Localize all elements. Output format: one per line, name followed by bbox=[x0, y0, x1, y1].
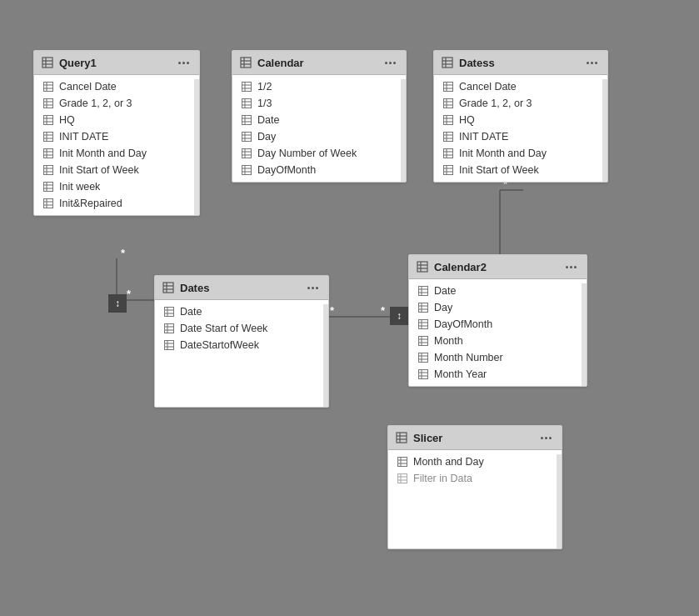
list-item: DateStartofWeek bbox=[155, 337, 328, 353]
list-item: Month Year bbox=[409, 366, 587, 383]
field-grid-icon bbox=[42, 181, 54, 193]
field-grid-icon bbox=[42, 164, 54, 176]
svg-rect-118 bbox=[417, 262, 427, 272]
list-item: Grade 1, 2, or 3 bbox=[434, 95, 607, 112]
scrollbar[interactable] bbox=[582, 283, 587, 386]
list-item: Date bbox=[409, 283, 587, 299]
list-item: Grade 1, 2, or 3 bbox=[34, 95, 199, 112]
list-item: 1/3 bbox=[232, 95, 406, 112]
table-grid-icon bbox=[416, 260, 429, 273]
table-datess-title: Datess bbox=[459, 57, 495, 69]
list-item: HQ bbox=[34, 112, 199, 128]
svg-rect-58 bbox=[242, 116, 252, 125]
more-menu-button[interactable] bbox=[562, 264, 580, 270]
svg-rect-50 bbox=[242, 83, 252, 92]
svg-rect-54 bbox=[242, 99, 252, 108]
table-query1-header: Query1 bbox=[34, 51, 199, 75]
list-item: Init Start of Week bbox=[34, 162, 199, 178]
field-grid-icon bbox=[442, 164, 454, 176]
list-item: Filter in Data bbox=[388, 470, 562, 487]
table-calendar2-header: Calendar2 bbox=[409, 255, 587, 279]
more-menu-button[interactable] bbox=[304, 285, 322, 291]
list-item: Init Start of Week bbox=[434, 162, 607, 178]
field-grid-icon bbox=[241, 131, 252, 143]
table-dates-header: Dates bbox=[155, 276, 328, 300]
more-menu-button[interactable] bbox=[537, 435, 555, 441]
table-query1: Query1 Cancel Date Grade 1, 2, or 3 HQ I… bbox=[33, 50, 200, 216]
table-calendar2-body: Date Day DayOfMonth Month Month Number M… bbox=[409, 279, 587, 386]
list-item: HQ bbox=[434, 112, 607, 128]
svg-rect-18 bbox=[44, 99, 53, 108]
field-grid-icon bbox=[241, 164, 252, 176]
scrollbar[interactable] bbox=[602, 79, 607, 182]
scrollbar[interactable] bbox=[323, 304, 328, 407]
table-dates-title: Dates bbox=[180, 282, 209, 294]
svg-text:*: * bbox=[127, 288, 132, 300]
svg-rect-106 bbox=[165, 308, 174, 317]
scrollbar[interactable] bbox=[557, 454, 562, 548]
table-slicer-header: Slicer bbox=[388, 426, 562, 450]
list-item: DayOfMonth bbox=[232, 162, 406, 178]
svg-rect-38 bbox=[44, 183, 53, 192]
svg-rect-90 bbox=[444, 133, 453, 142]
table-dates: Dates Date Date Start of Week DateStarto… bbox=[154, 275, 329, 408]
field-grid-icon bbox=[42, 131, 54, 143]
table-calendar-title: Calendar bbox=[257, 57, 304, 69]
field-grid-icon bbox=[241, 114, 252, 126]
list-item: Month bbox=[409, 333, 587, 349]
field-grid-icon bbox=[163, 306, 175, 318]
svg-rect-94 bbox=[444, 149, 453, 158]
field-grid-icon bbox=[42, 81, 54, 93]
list-item: Day Number of Week bbox=[232, 145, 406, 162]
svg-text:*: * bbox=[381, 304, 386, 317]
svg-rect-154 bbox=[398, 474, 407, 483]
svg-rect-10 bbox=[42, 58, 52, 68]
table-calendar-body: 1/2 1/3 Date Day Day Number of Week DayO… bbox=[232, 75, 406, 182]
table-grid-icon bbox=[239, 56, 252, 69]
field-grid-icon bbox=[442, 81, 454, 93]
list-item: Month and Day bbox=[388, 453, 562, 470]
table-grid-icon bbox=[162, 281, 175, 294]
table-calendar2-title: Calendar2 bbox=[434, 261, 487, 273]
svg-rect-102 bbox=[163, 283, 173, 293]
list-item: INIT DATE bbox=[34, 128, 199, 145]
svg-rect-14 bbox=[44, 83, 53, 92]
svg-rect-122 bbox=[419, 287, 428, 296]
table-calendar: Calendar 1/2 1/3 Date Day Day Number of … bbox=[232, 50, 407, 183]
svg-rect-134 bbox=[419, 337, 428, 346]
field-grid-icon bbox=[417, 318, 429, 330]
field-grid-icon bbox=[42, 114, 54, 126]
field-grid-icon bbox=[241, 148, 252, 159]
list-item: Date bbox=[155, 303, 328, 320]
field-grid-icon bbox=[417, 368, 429, 380]
list-item: Cancel Date bbox=[434, 78, 607, 95]
more-menu-button[interactable] bbox=[175, 60, 192, 66]
field-grid-icon bbox=[42, 148, 54, 159]
more-menu-button[interactable] bbox=[583, 60, 601, 66]
svg-rect-22 bbox=[44, 116, 53, 125]
table-grid-icon bbox=[395, 431, 408, 444]
table-datess: Datess Cancel Date Grade 1, 2, or 3 HQ I… bbox=[433, 50, 608, 183]
more-menu-button[interactable] bbox=[382, 60, 399, 66]
table-datess-header: Datess bbox=[434, 51, 607, 75]
list-item: Day bbox=[409, 299, 587, 316]
field-grid-icon bbox=[163, 323, 175, 334]
table-datess-body: Cancel Date Grade 1, 2, or 3 HQ INIT DAT… bbox=[434, 75, 607, 182]
svg-rect-114 bbox=[165, 341, 174, 350]
list-item: 1/2 bbox=[232, 78, 406, 95]
field-grid-icon bbox=[417, 302, 429, 313]
table-slicer-body: Month and Day Filter in Data bbox=[388, 450, 562, 490]
svg-text:*: * bbox=[330, 304, 335, 317]
svg-rect-138 bbox=[419, 353, 428, 363]
table-grid-icon bbox=[41, 56, 54, 69]
field-grid-icon bbox=[42, 98, 54, 109]
svg-rect-46 bbox=[241, 58, 251, 68]
svg-rect-98 bbox=[444, 166, 453, 175]
list-item: Date bbox=[232, 112, 406, 128]
list-item: Date Start of Week bbox=[155, 320, 328, 337]
scrollbar[interactable] bbox=[194, 79, 199, 215]
field-grid-icon bbox=[417, 352, 429, 363]
scrollbar[interactable] bbox=[401, 79, 406, 182]
table-calendar2: Calendar2 Date Day DayOfMonth Month Mont… bbox=[408, 254, 587, 387]
field-grid-icon bbox=[397, 456, 408, 468]
